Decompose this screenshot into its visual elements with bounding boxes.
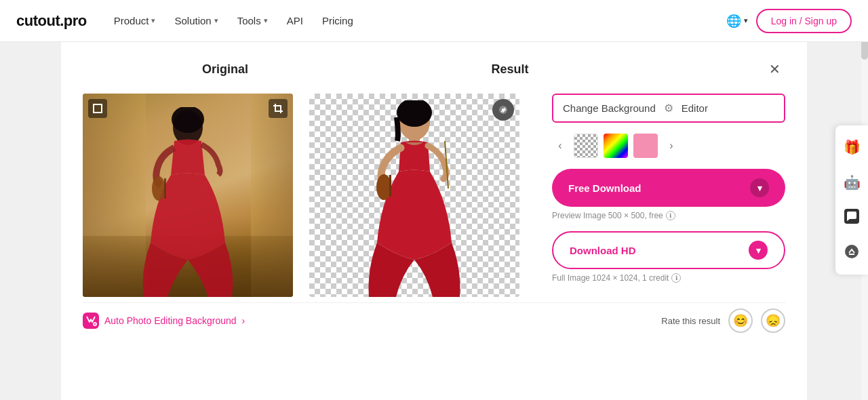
svg-rect-7 [93, 112, 102, 113]
download-hd-section: Download HD ▾ Full Image 1024 × 1024, 1 … [552, 231, 785, 283]
svg-rect-5 [93, 104, 94, 113]
next-color-button[interactable]: › [663, 138, 679, 154]
full-info-icon[interactable]: ℹ [671, 273, 681, 283]
nav-tools[interactable]: Tools ▾ [237, 15, 268, 26]
main-container: Original Result ✕ [0, 42, 868, 400]
result-image-overlay [309, 94, 519, 297]
lang-chevron-icon: ▾ [744, 16, 748, 25]
translate-icon: 🌐 [726, 14, 741, 28]
thumbs-up-button[interactable]: 😊 [728, 308, 753, 333]
gift-button[interactable]: 🎁 [835, 131, 868, 163]
rainbow-swatch[interactable] [604, 134, 628, 158]
editor-label: Editor [682, 102, 708, 114]
original-label: Original [83, 62, 368, 77]
images-row: Change Background ⚙ Editor ‹ › Free Down… [83, 94, 785, 297]
auto-edit-icon [83, 313, 99, 329]
product-chevron-icon: ▾ [151, 16, 155, 25]
scroll-top-button[interactable] [835, 237, 868, 269]
transparent-swatch[interactable] [574, 134, 598, 158]
original-figure [127, 107, 249, 297]
change-background-label: Change Background [563, 102, 656, 114]
change-background-box[interactable]: Change Background ⚙ Editor [552, 94, 785, 123]
nav-solution[interactable]: Solution ▾ [174, 15, 218, 26]
avatar-button[interactable]: 🤖 [835, 166, 868, 199]
side-panel: 🎁 🤖 [835, 125, 868, 275]
chat-button[interactable] [835, 201, 868, 234]
nav-links: Product ▾ Solution ▾ Tools ▾ API Pricing [114, 15, 705, 26]
thumbs-down-button[interactable]: 😞 [761, 308, 785, 333]
scroll-top-icon [844, 244, 859, 262]
svg-point-11 [376, 174, 391, 200]
auto-edit-link[interactable]: Auto Photo Editing Background › [83, 313, 245, 329]
svg-rect-12 [389, 175, 391, 197]
free-download-chevron-icon: ▾ [750, 178, 769, 197]
bottom-bar: Auto Photo Editing Background › Rate thi… [83, 302, 785, 333]
card-header: Original Result ✕ [83, 58, 785, 80]
original-image [83, 94, 293, 297]
close-button[interactable]: ✕ [764, 58, 785, 80]
col-headers: Original Result [83, 62, 652, 77]
original-image-panel [83, 94, 293, 297]
navbar: cutout.pro Product ▾ Solution ▾ Tools ▾ … [0, 0, 868, 42]
gift-icon: 🎁 [844, 139, 861, 155]
pink-swatch[interactable] [633, 134, 658, 158]
settings-icon: ⚙ [664, 102, 673, 115]
result-image-panel [309, 94, 519, 297]
svg-rect-6 [101, 104, 102, 113]
right-panel: Change Background ⚙ Editor ‹ › Free Down… [536, 94, 785, 283]
crop-icon[interactable] [269, 99, 288, 118]
svg-rect-3 [164, 178, 166, 199]
svg-point-2 [152, 176, 165, 201]
free-download-section: Free Download ▾ Preview Image 500 × 500,… [552, 169, 785, 220]
prev-color-button[interactable]: ‹ [552, 138, 568, 154]
content-card: Original Result ✕ [61, 42, 807, 400]
full-info: Full Image 1024 × 1024, 1 credit ℹ [552, 273, 785, 283]
original-crop-icon[interactable] [88, 99, 107, 118]
rate-section: Rate this result 😊 😞 [661, 308, 785, 333]
free-download-button[interactable]: Free Download ▾ [552, 169, 785, 207]
result-label: Result [368, 62, 652, 77]
rate-label: Rate this result [661, 316, 720, 326]
login-button[interactable]: Log in / Sign up [756, 9, 852, 33]
color-options: ‹ › [552, 134, 785, 158]
free-download-label: Free Download [568, 182, 642, 194]
solution-chevron-icon: ▾ [214, 16, 218, 25]
auto-edit-arrow-icon: › [242, 315, 245, 326]
language-selector[interactable]: 🌐 ▾ [726, 14, 748, 28]
tools-chevron-icon: ▾ [264, 16, 268, 25]
download-hd-label: Download HD [570, 245, 636, 256]
nav-right: 🌐 ▾ Log in / Sign up [726, 9, 852, 33]
nav-api[interactable]: API [287, 15, 303, 26]
preview-info-icon[interactable]: ℹ [666, 211, 675, 220]
avatar-icon: 🤖 [844, 174, 861, 191]
download-hd-chevron-icon: ▾ [749, 241, 768, 260]
nav-pricing[interactable]: Pricing [322, 15, 353, 26]
result-figure [350, 100, 479, 297]
svg-rect-4 [93, 104, 102, 105]
svg-point-19 [845, 245, 859, 258]
chat-icon [844, 209, 859, 227]
auto-edit-label: Auto Photo Editing Background [104, 315, 237, 326]
logo[interactable]: cutout.pro [16, 12, 87, 30]
svg-point-15 [502, 108, 505, 111]
eraser-icon[interactable] [492, 99, 514, 121]
preview-info: Preview Image 500 × 500, free ℹ [552, 211, 785, 220]
download-hd-button[interactable]: Download HD ▾ [552, 231, 785, 269]
nav-product[interactable]: Product ▾ [114, 15, 156, 26]
